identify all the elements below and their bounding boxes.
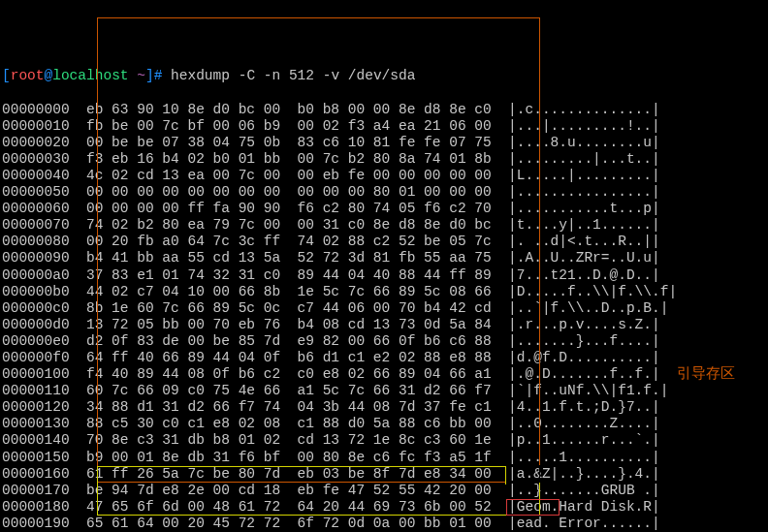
hexdump-output: 00000000 eb 63 90 10 8e d0 bc 00 b0 b8 0…	[2, 102, 766, 532]
shell-prompt: [root@localhost ~]# hexdump -C -n 512 -v…	[2, 68, 766, 84]
